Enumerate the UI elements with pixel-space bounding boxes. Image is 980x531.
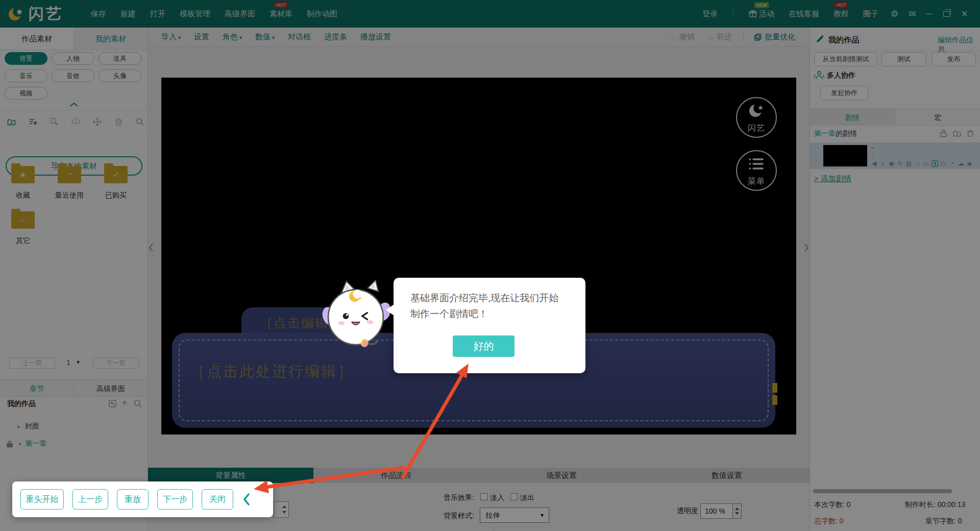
tutorial-mascot bbox=[321, 280, 392, 351]
tutorial-modal: 基础界面介绍完毕,现在让我们开始 制作一个剧情吧！ 好的 bbox=[394, 278, 585, 373]
restart-button[interactable]: 重头开始 bbox=[20, 489, 64, 510]
prev-step-button[interactable]: 上一步 bbox=[72, 489, 108, 510]
ok-button[interactable]: 好的 bbox=[453, 335, 514, 357]
app-root: 闪艺 保存 新建 打开 模板管理 高级界面 HOT素材库 制作动图 登录 NEW… bbox=[0, 0, 980, 531]
tutorial-message: 基础界面介绍完毕,现在让我们开始 制作一个剧情吧！ bbox=[410, 290, 574, 322]
dim-overlay bbox=[0, 0, 980, 531]
next-step-button[interactable]: 下一步 bbox=[157, 489, 193, 510]
tutorial-control-bar: 重头开始 上一步 重放 下一步 关闭 bbox=[12, 481, 273, 517]
collapse-bar-chevron-icon[interactable] bbox=[243, 493, 250, 505]
replay-button[interactable]: 重放 bbox=[117, 489, 149, 510]
close-tutorial-button[interactable]: 关闭 bbox=[202, 489, 233, 510]
modal-tail bbox=[386, 304, 394, 316]
